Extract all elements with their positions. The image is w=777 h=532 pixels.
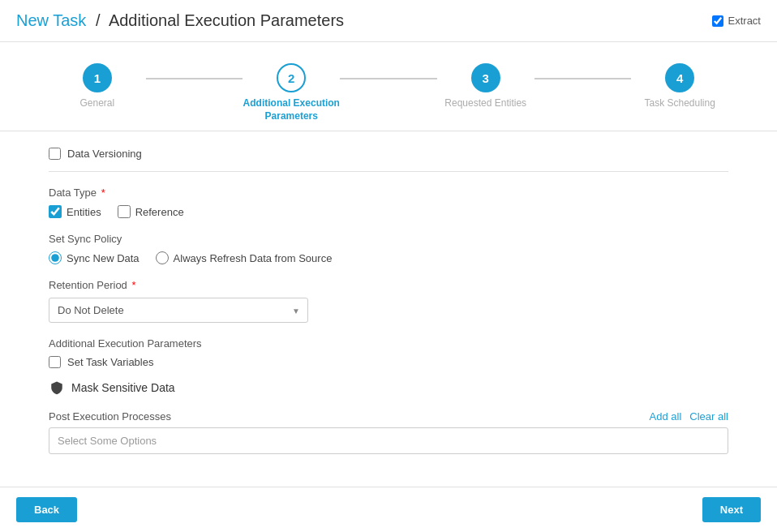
new-task-link[interactable]: New Task (16, 11, 86, 29)
back-button[interactable]: Back (16, 497, 77, 522)
mask-sensitive-label: Mask Sensitive Data (71, 381, 175, 394)
always-refresh-label[interactable]: Always Refresh Data from Source (174, 252, 333, 264)
retention-period-section: Retention Period * Do Not Delete 1 Day 7… (49, 279, 728, 323)
set-task-variables-row: Set Task Variables (49, 356, 728, 368)
always-refresh-radio[interactable] (156, 251, 169, 264)
data-versioning-label[interactable]: Data Versioning (67, 148, 142, 160)
stepper: 1 General 2 Additional Execution Paramet… (0, 42, 777, 131)
retention-period-label: Retention Period * (49, 279, 728, 291)
required-marker: * (101, 187, 105, 199)
data-versioning-row: Data Versioning (49, 148, 728, 160)
divider-1 (49, 171, 728, 172)
reference-label[interactable]: Reference (135, 206, 184, 218)
set-task-variables-label[interactable]: Set Task Variables (67, 356, 153, 368)
clear-all-button[interactable]: Clear all (689, 410, 728, 423)
post-exec-select[interactable]: Select Some Options (49, 427, 728, 454)
shield-icon (49, 380, 65, 396)
exec-params-rows: Set Task Variables Mask Sensitive Data (49, 356, 728, 396)
additional-exec-section: Additional Execution Parameters Set Task… (49, 337, 728, 396)
step-3[interactable]: 3 Requested Entities (437, 63, 534, 110)
sync-new-data-label[interactable]: Sync New Data (67, 252, 140, 264)
page-title: New Task / Additional Execution Paramete… (16, 11, 344, 30)
breadcrumb-subtitle: Additional Execution Parameters (109, 11, 344, 29)
mask-sensitive-row: Mask Sensitive Data (49, 380, 728, 396)
retention-select-wrapper: Do Not Delete 1 Day 7 Days 30 Days 90 Da… (49, 298, 308, 323)
data-type-row: Entities Reference (49, 205, 728, 218)
step-1-circle: 1 (83, 63, 112, 92)
add-all-button[interactable]: Add all (650, 410, 682, 423)
step-2-circle: 2 (277, 63, 306, 92)
post-exec-label: Post Execution Processes (49, 410, 171, 423)
extract-label[interactable]: Extract (728, 15, 761, 27)
always-refresh-option: Always Refresh Data from Source (156, 251, 333, 264)
line-2 (340, 78, 437, 79)
set-task-variables-checkbox[interactable] (49, 356, 61, 368)
data-versioning-checkbox[interactable] (49, 148, 61, 160)
data-versioning-section: Data Versioning (49, 148, 728, 172)
sync-policy-label: Set Sync Policy (49, 233, 728, 245)
sync-new-data-radio[interactable] (49, 251, 62, 264)
sync-policy-row: Sync New Data Always Refresh Data from S… (49, 251, 728, 264)
step-2[interactable]: 2 Additional Execution Parameters (243, 63, 340, 122)
post-exec-header: Post Execution Processes Add all Clear a… (49, 410, 728, 423)
retention-required-marker: * (131, 279, 135, 291)
entities-checkbox[interactable] (49, 205, 62, 218)
step-4-circle: 4 (665, 63, 694, 92)
step-4[interactable]: 4 Task Scheduling (631, 63, 728, 110)
entities-option: Entities (49, 205, 101, 218)
data-type-section: Data Type * Entities Reference (49, 187, 728, 218)
step-3-label: Requested Entities (444, 97, 526, 110)
main-content: Data Versioning Data Type * Entities Ref… (0, 131, 777, 487)
data-type-label: Data Type * (49, 187, 728, 199)
entities-label[interactable]: Entities (67, 206, 101, 218)
footer: Back Next (0, 487, 777, 532)
sync-new-data-option: Sync New Data (49, 251, 140, 264)
reference-option: Reference (118, 205, 184, 218)
step-1-label: General (79, 97, 114, 110)
extract-option: Extract (712, 15, 761, 27)
retention-select[interactable]: Do Not Delete 1 Day 7 Days 30 Days 90 Da… (49, 298, 308, 323)
post-execution-section: Post Execution Processes Add all Clear a… (49, 410, 728, 454)
step-4-label: Task Scheduling (644, 97, 715, 110)
line-1 (146, 78, 243, 79)
step-3-circle: 3 (471, 63, 500, 92)
breadcrumb-separator: / (96, 11, 101, 29)
header: New Task / Additional Execution Paramete… (0, 0, 777, 42)
post-exec-actions: Add all Clear all (650, 410, 728, 423)
step-1[interactable]: 1 General (49, 63, 146, 110)
line-3 (534, 78, 632, 79)
next-button[interactable]: Next (702, 497, 761, 522)
additional-exec-label: Additional Execution Parameters (49, 337, 728, 350)
extract-checkbox[interactable] (712, 15, 723, 27)
step-2-label: Additional Execution Parameters (243, 97, 340, 122)
page-wrapper: New Task / Additional Execution Paramete… (0, 0, 777, 532)
sync-policy-section: Set Sync Policy Sync New Data Always Ref… (49, 233, 728, 264)
reference-checkbox[interactable] (118, 205, 131, 218)
